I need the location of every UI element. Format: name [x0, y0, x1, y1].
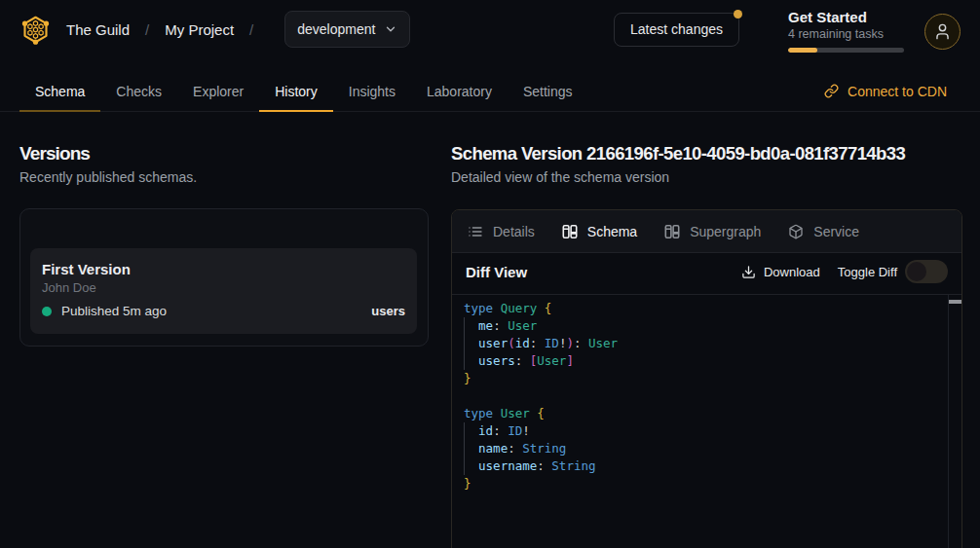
- tab-underline: [177, 110, 259, 112]
- download-icon: [741, 265, 756, 279]
- tab-label: Settings: [523, 84, 573, 99]
- notification-dot: [734, 10, 742, 18]
- latest-changes-label: Latest changes: [630, 21, 723, 37]
- version-title: First Version: [42, 261, 405, 277]
- code-line: }: [464, 475, 936, 493]
- schema-version-title: Schema Version 2166196f-5e10-4059-bd0a-0…: [451, 143, 962, 164]
- box-icon: [788, 224, 804, 239]
- tab-underline: [411, 110, 508, 112]
- get-started-subtitle: 4 remaining tasks: [788, 27, 904, 42]
- version-service-name: users: [371, 304, 405, 318]
- code-line: name: String: [464, 440, 936, 457]
- hive-logo-icon[interactable]: [19, 14, 52, 46]
- indent-guide: [464, 422, 465, 475]
- user-avatar[interactable]: [924, 14, 961, 50]
- schema-code-editor[interactable]: type Query { me: User user(id: ID!): Use…: [452, 295, 961, 548]
- link-icon: [824, 84, 839, 98]
- tab-underline: [259, 110, 333, 112]
- get-started-progress-fill: [788, 48, 817, 53]
- breadcrumb-project[interactable]: My Project: [165, 21, 234, 38]
- list-icon: [468, 224, 483, 239]
- page-tabs-bar: Schema Checks Explorer History Insights …: [0, 58, 980, 112]
- versions-panel: Versions Recently published schemas. Fir…: [19, 143, 429, 347]
- tab-explorer[interactable]: Explorer: [177, 71, 259, 111]
- diff-view-title: Diff View: [466, 264, 527, 280]
- version-detail-panel: Schema Version 2166196f-5e10-4059-bd0a-0…: [451, 143, 962, 548]
- main-content: Versions Recently published schemas. Fir…: [0, 112, 980, 548]
- breadcrumb-separator: /: [249, 21, 253, 38]
- version-status-row: Published 5m ago users: [42, 304, 405, 318]
- get-started-title: Get Started: [788, 9, 904, 25]
- detail-tab-label: Schema: [587, 224, 637, 239]
- tab-laboratory[interactable]: Laboratory: [411, 71, 508, 111]
- target-select[interactable]: development: [284, 11, 410, 48]
- tab-underline: [19, 110, 100, 112]
- diff-actions: Download Toggle Diff: [741, 260, 948, 283]
- versions-title: Versions: [19, 143, 429, 164]
- tab-history[interactable]: History: [259, 71, 333, 111]
- detail-tab-service[interactable]: Service: [774, 210, 873, 252]
- version-author: John Doe: [42, 280, 405, 295]
- connect-to-cdn-link[interactable]: Connect to CDN: [824, 71, 947, 111]
- code-line: }: [464, 370, 936, 387]
- detail-tab-details[interactable]: Details: [454, 210, 548, 252]
- versions-subtitle: Recently published schemas.: [19, 169, 429, 185]
- detail-tab-label: Supergraph: [690, 224, 761, 239]
- tab-label: Checks: [116, 84, 162, 99]
- detail-tab-schema[interactable]: Schema: [548, 210, 651, 252]
- code-line: user(id: ID!): User: [464, 335, 936, 352]
- top-header: The Guild / My Project / development Lat…: [0, 0, 980, 58]
- version-list-item[interactable]: First Version John Doe Published 5m ago …: [30, 248, 417, 334]
- tab-label: Insights: [349, 84, 396, 99]
- get-started-progressbar: [788, 48, 904, 53]
- code-line: username: String: [464, 457, 936, 475]
- get-started-widget[interactable]: Get Started 4 remaining tasks: [788, 9, 904, 53]
- tab-settings[interactable]: Settings: [508, 71, 588, 111]
- detail-tab-label: Service: [813, 224, 859, 239]
- breadcrumb-org[interactable]: The Guild: [66, 21, 130, 38]
- toggle-diff-control: Toggle Diff: [838, 260, 948, 283]
- code-line: users: [User]: [464, 352, 936, 370]
- schema-version-subtitle: Detailed view of the schema version: [451, 169, 962, 185]
- toggle-diff-label: Toggle Diff: [838, 265, 897, 279]
- editor-scrollbar-track: [948, 295, 949, 548]
- version-status-text: Published 5m ago: [61, 304, 167, 318]
- tab-label: History: [275, 84, 318, 99]
- version-detail-card: Details Schema: [451, 209, 962, 548]
- editor-scrollbar-thumb[interactable]: [949, 300, 961, 304]
- tab-checks[interactable]: Checks: [100, 71, 177, 111]
- detail-tab-label: Details: [493, 224, 535, 239]
- code-line: type User {: [464, 405, 936, 422]
- code-line: id: ID!: [464, 422, 936, 440]
- panels-icon: [562, 224, 578, 239]
- toggle-knob: [907, 262, 926, 281]
- code-line: [464, 387, 936, 405]
- latest-changes-button[interactable]: Latest changes: [614, 13, 739, 47]
- download-label: Download: [764, 265, 820, 279]
- detail-tabs-bar: Details Schema: [452, 210, 961, 253]
- tab-underline: [333, 110, 411, 112]
- tab-underline: [508, 110, 588, 112]
- tab-underline: [100, 110, 177, 112]
- tab-label: Explorer: [193, 84, 244, 99]
- tab-label: Schema: [35, 84, 85, 99]
- tab-label: Laboratory: [427, 84, 492, 99]
- versions-list-container: First Version John Doe Published 5m ago …: [19, 208, 429, 347]
- tab-insights[interactable]: Insights: [333, 71, 411, 111]
- chevron-down-icon: [384, 22, 397, 36]
- panels-icon: [664, 224, 680, 239]
- user-icon: [933, 22, 952, 41]
- code-line: type Query {: [464, 300, 936, 317]
- diff-view-header: Diff View Download Toggle Diff: [452, 253, 961, 295]
- indent-guide: [464, 317, 465, 370]
- toggle-diff-switch[interactable]: [905, 260, 948, 283]
- download-button[interactable]: Download: [741, 265, 820, 279]
- code-line: me: User: [464, 317, 936, 335]
- published-status-dot: [42, 307, 52, 316]
- breadcrumb-separator: /: [145, 21, 149, 38]
- connect-to-cdn-label: Connect to CDN: [848, 84, 947, 99]
- target-select-value: development: [297, 21, 375, 37]
- detail-tab-supergraph[interactable]: Supergraph: [651, 210, 774, 252]
- tab-schema[interactable]: Schema: [19, 71, 100, 111]
